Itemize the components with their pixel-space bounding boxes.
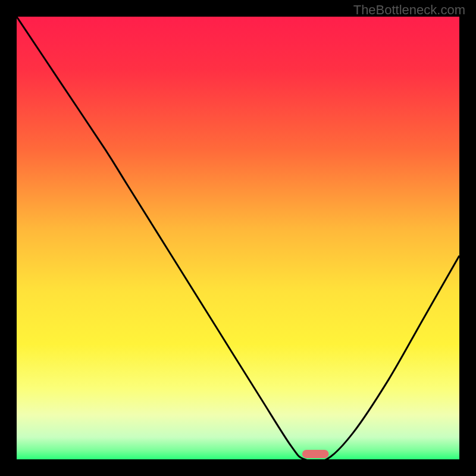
chart-svg [17, 17, 459, 459]
chart-background [17, 17, 459, 459]
watermark-text: TheBottleneck.com [353, 2, 465, 18]
optimal-marker [302, 450, 329, 458]
chart-container [17, 17, 459, 459]
marker-layer [302, 450, 329, 458]
